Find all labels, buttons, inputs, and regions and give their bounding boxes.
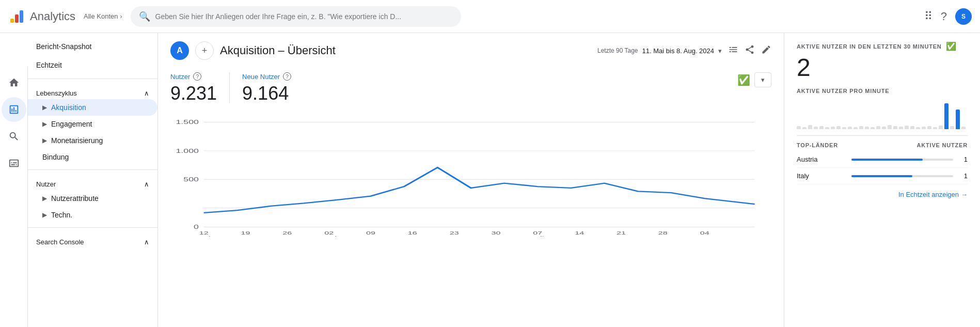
- nav-explore-icon[interactable]: [2, 124, 26, 149]
- mini-bar: [888, 125, 892, 129]
- svg-text:0: 0: [194, 224, 199, 230]
- collapse-icon: ∧: [144, 89, 149, 97]
- search-input[interactable]: [155, 12, 453, 21]
- realtime-link[interactable]: In Echtzeit anzeigen →: [797, 191, 968, 198]
- sidebar-child-label: Monetarisierung: [51, 136, 103, 145]
- sidebar-child-label: Bindung: [42, 153, 69, 161]
- country-row-austria: Austria 1: [797, 151, 968, 168]
- top-bar-actions: ⠿ ? S: [924, 8, 972, 25]
- date-range-selector[interactable]: Letzte 90 Tage 11. Mai bis 8. Aug. 2024 …: [597, 47, 722, 55]
- date-range-label: Letzte 90 Tage: [597, 47, 638, 54]
- active-users-col-label: AKTIVE NUTZER: [917, 142, 968, 148]
- compare-button[interactable]: ▾: [754, 72, 771, 87]
- main-panel: A + Akquisition – Übersicht Letzte 90 Ta…: [158, 33, 784, 327]
- sidebar-item-akquisition[interactable]: ▶ Akquisition: [28, 99, 157, 116]
- edit-icon[interactable]: [761, 44, 771, 57]
- svg-text:1.000: 1.000: [176, 148, 198, 153]
- sidebar-group-label: Nutzer: [36, 180, 56, 188]
- mini-bar: [802, 127, 807, 129]
- mini-bar: [876, 126, 880, 129]
- mini-bar: [927, 126, 931, 129]
- nav-reports-icon[interactable]: [2, 97, 26, 122]
- sidebar-item-bericht-snapshot[interactable]: Bericht-Snapshot: [28, 37, 157, 56]
- sidebar: Bericht-Snapshot Echtzeit Lebenszyklus ∧…: [28, 33, 158, 327]
- mini-bar: [961, 127, 966, 129]
- chevron-right-icon: ▶: [42, 195, 47, 202]
- mini-bar: [910, 126, 914, 129]
- svg-text:Juli: Juli: [531, 235, 544, 237]
- apps-grid-icon[interactable]: ⠿: [924, 10, 932, 23]
- svg-text:23: 23: [450, 230, 459, 236]
- customize-chart-icon[interactable]: [728, 44, 738, 57]
- page-title: Akquisition – Übersicht: [220, 44, 591, 57]
- neue-nutzer-metric: Neue Nutzer ? 9.164: [242, 68, 304, 108]
- breadcrumb[interactable]: Alle Konten ›: [84, 12, 122, 20]
- sidebar-item-techn[interactable]: ▶ Techn.: [28, 207, 157, 223]
- country-bar-fill: [851, 159, 923, 161]
- sidebar-item-label: Echtzeit: [36, 61, 62, 69]
- content-header: A + Akquisition – Übersicht Letzte 90 Ta…: [170, 33, 771, 64]
- search-bar[interactable]: 🔍: [131, 6, 461, 27]
- svg-text:500: 500: [183, 177, 199, 182]
- sidebar-group-nutzer[interactable]: Nutzer ∧: [28, 174, 157, 190]
- sidebar-item-echtzeit[interactable]: Echtzeit: [28, 56, 157, 74]
- nutzer-label: Nutzer ?: [170, 72, 217, 81]
- svg-text:21: 21: [617, 230, 626, 236]
- country-name-italy: Italy: [797, 172, 847, 180]
- mini-bar: [848, 127, 852, 129]
- avatar[interactable]: S: [955, 8, 972, 25]
- mini-bar: [814, 127, 818, 129]
- svg-text:1.500: 1.500: [176, 119, 198, 125]
- nav-advertising-icon[interactable]: [2, 151, 26, 176]
- country-name-austria: Austria: [797, 155, 847, 163]
- mini-bar: [825, 127, 829, 129]
- sidebar-divider: [28, 79, 157, 79]
- sidebar-child-label: Nutzerattribute: [51, 194, 99, 203]
- nav-home-icon[interactable]: [2, 70, 26, 95]
- country-bar-italy: [851, 175, 953, 177]
- add-view-button[interactable]: +: [195, 41, 214, 60]
- metric-separator: [229, 72, 230, 103]
- collapse-icon-2: ∧: [144, 180, 149, 188]
- svg-text:30: 30: [492, 230, 501, 236]
- mini-bar: [871, 127, 875, 129]
- chevron-right-icon: ▶: [42, 104, 47, 111]
- country-row-italy: Italy 1: [797, 168, 968, 184]
- svg-text:19: 19: [241, 230, 250, 236]
- mini-bar: [905, 126, 909, 129]
- date-range-value: 11. Mai bis 8. Aug. 2024: [642, 47, 714, 55]
- active-users-header: AKTIVE NUTZER IN DEN LETZTEN 30 MINUTEN …: [797, 41, 968, 51]
- mini-bar: [853, 127, 858, 129]
- neue-nutzer-info-icon[interactable]: ?: [283, 72, 291, 81]
- sidebar-item-monetarisierung[interactable]: ▶ Monetarisierung: [28, 132, 157, 149]
- mini-bar: [939, 126, 943, 129]
- help-icon[interactable]: ?: [941, 10, 947, 23]
- top-bar: Analytics Alle Konten › 🔍 ⠿ ? S: [0, 0, 980, 33]
- breadcrumb-chevron-icon: ›: [120, 13, 122, 20]
- svg-text:16: 16: [408, 230, 417, 236]
- mini-bar: [950, 126, 954, 129]
- share-icon[interactable]: [745, 44, 755, 57]
- arrow-right-icon: →: [961, 191, 968, 198]
- mini-bar: [797, 126, 801, 129]
- svg-text:14: 14: [575, 230, 584, 236]
- sidebar-item-nutzerattribute[interactable]: ▶ Nutzerattribute: [28, 190, 157, 207]
- app-title: Analytics: [30, 10, 75, 23]
- collapse-icon-3: ∧: [144, 238, 149, 246]
- line-chart: 1.500 1.000 500 0 12 Mai 19 26 02 Juni 0…: [170, 113, 771, 237]
- svg-rect-1: [15, 14, 19, 23]
- active-users-count: 2: [797, 53, 968, 82]
- sidebar-group-lebenszyklus[interactable]: Lebenszyklus ∧: [28, 83, 157, 99]
- sidebar-item-bindung[interactable]: Bindung: [28, 149, 157, 165]
- nutzer-info-icon[interactable]: ?: [193, 72, 201, 81]
- svg-text:28: 28: [658, 230, 668, 236]
- per-minute-label: AKTIVE NUTZER PRO MINUTE: [797, 88, 968, 94]
- sidebar-nav-icons: [0, 66, 28, 327]
- sidebar-child-label: Techn.: [51, 211, 72, 219]
- svg-text:Mai: Mai: [197, 235, 211, 237]
- sidebar-item-engagement[interactable]: ▶ Engagement: [28, 116, 157, 132]
- chevron-right-icon: ▶: [42, 137, 47, 144]
- top-countries-label: TOP-LÄNDER: [797, 142, 838, 148]
- sidebar-group-search-console[interactable]: Search Console ∧: [28, 232, 157, 248]
- chart-container: 1.500 1.000 500 0 12 Mai 19 26 02 Juni 0…: [170, 113, 771, 238]
